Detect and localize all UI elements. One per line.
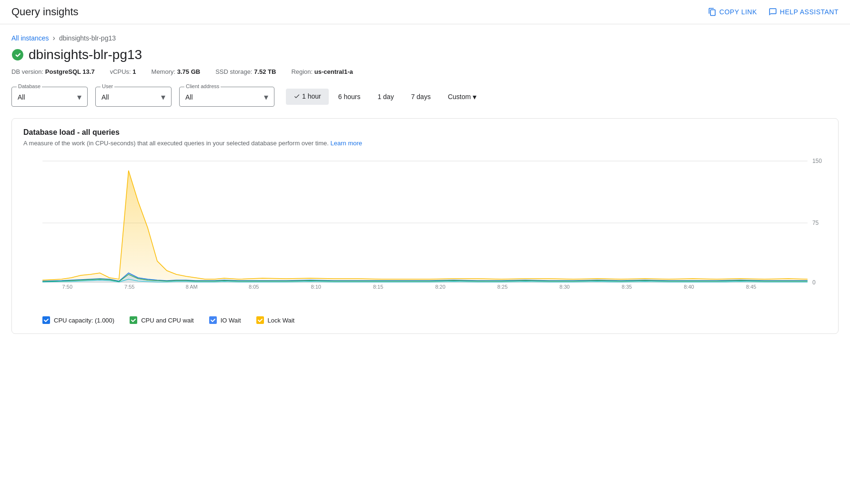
copy-link-label: COPY LINK — [719, 8, 757, 16]
db-title-row: dbinsights-blr-pg13 — [11, 47, 839, 62]
chart-legend: CPU capacity: (1.000) CPU and CPU wait I… — [23, 316, 827, 324]
database-value: All — [18, 93, 25, 101]
header-actions: COPY LINK HELP ASSISTANT — [708, 8, 839, 16]
db-memory: Memory: 3.75 GB — [152, 68, 201, 75]
app-header: Query insights COPY LINK HELP ASSISTANT — [0, 0, 850, 24]
svg-text:8:25: 8:25 — [497, 284, 507, 290]
client-address-value: All — [185, 93, 193, 101]
breadcrumb-separator: › — [53, 34, 55, 42]
legend-lock-wait: Lock Wait — [256, 316, 295, 324]
main-content: All instances › dbinsights-blr-pg13 dbin… — [0, 24, 850, 343]
db-name: dbinsights-blr-pg13 — [29, 47, 142, 62]
svg-text:7:55: 7:55 — [124, 284, 134, 290]
svg-text:8:10: 8:10 — [311, 284, 321, 290]
legend-io-wait-checkbox[interactable] — [209, 316, 217, 324]
db-version: DB version: PostgreSQL 13.7 — [11, 68, 95, 75]
help-assistant-icon — [769, 8, 777, 16]
svg-marker-19 — [42, 171, 808, 282]
page-title: Query insights — [11, 6, 79, 18]
help-assistant-label: HELP ASSISTANT — [780, 8, 839, 16]
svg-text:8:05: 8:05 — [249, 284, 259, 290]
client-address-dropdown-arrow: ▾ — [264, 92, 268, 102]
chart-title: Database load - all queries — [23, 128, 827, 137]
legend-lock-wait-label: Lock Wait — [268, 317, 295, 324]
filters-row: Database All ▾ User All ▾ Client address… — [11, 87, 839, 107]
db-vcpu: vCPUs: 1 — [110, 68, 136, 75]
client-address-dropdown[interactable]: Client address All ▾ — [179, 87, 274, 107]
db-info: DB version: PostgreSQL 13.7 vCPUs: 1 Mem… — [11, 68, 839, 75]
checkmark-icon — [293, 93, 300, 100]
svg-text:0: 0 — [812, 279, 816, 286]
database-dropdown[interactable]: Database All ▾ — [11, 87, 88, 107]
legend-cpu-capacity: CPU capacity: (1.000) — [42, 316, 114, 324]
checkbox-check-icon — [257, 317, 263, 323]
svg-text:7:50: 7:50 — [62, 284, 72, 290]
checkbox-check-icon — [210, 317, 216, 323]
help-assistant-button[interactable]: HELP ASSISTANT — [769, 8, 839, 16]
time-6hours-button[interactable]: 6 hours — [331, 89, 368, 104]
user-value: All — [101, 93, 109, 101]
svg-text:8:20: 8:20 — [435, 284, 445, 290]
chart-area: 150 75 0 7:50 7:55 8 AM 8:05 8:10 8:15 8… — [23, 156, 827, 309]
svg-text:8 AM: 8 AM — [186, 284, 198, 290]
legend-io-wait-label: IO Wait — [221, 317, 241, 324]
breadcrumb: All instances › dbinsights-blr-pg13 — [11, 34, 839, 42]
db-load-card: Database load - all queries A measure of… — [11, 118, 839, 334]
db-region: Region: us-central1-a — [291, 68, 353, 75]
svg-point-0 — [12, 49, 23, 60]
copy-link-button[interactable]: COPY LINK — [708, 8, 757, 16]
legend-cpu-capacity-label: CPU capacity: (1.000) — [54, 317, 114, 324]
checkbox-check-icon — [43, 317, 49, 323]
chart-desc: A measure of the work (in CPU-seconds) t… — [23, 140, 827, 147]
svg-text:8:40: 8:40 — [684, 284, 694, 290]
client-address-label: Client address — [184, 83, 221, 89]
database-dropdown-arrow: ▾ — [77, 92, 81, 102]
user-dropdown[interactable]: User All ▾ — [95, 87, 172, 107]
legend-cpu-wait: CPU and CPU wait — [130, 316, 194, 324]
time-7days-button[interactable]: 7 days — [404, 89, 438, 104]
svg-text:8:15: 8:15 — [373, 284, 383, 290]
breadcrumb-all-instances[interactable]: All instances — [11, 34, 49, 42]
time-1day-button[interactable]: 1 day — [370, 89, 401, 104]
user-label: User — [101, 83, 114, 89]
user-dropdown-arrow: ▾ — [161, 92, 165, 102]
legend-lock-wait-checkbox[interactable] — [256, 316, 264, 324]
db-storage: SSD storage: 7.52 TB — [215, 68, 276, 75]
svg-text:150: 150 — [812, 158, 822, 164]
time-custom-button[interactable]: Custom ▾ — [440, 89, 484, 105]
time-range-selector: 1 hour 6 hours 1 day 7 days Custom ▾ — [286, 89, 484, 105]
legend-cpu-wait-checkbox[interactable] — [130, 316, 137, 324]
legend-cpu-wait-label: CPU and CPU wait — [141, 317, 194, 324]
svg-text:8:35: 8:35 — [622, 284, 632, 290]
checkbox-check-icon — [131, 317, 136, 323]
copy-link-icon — [708, 8, 717, 16]
legend-cpu-capacity-checkbox[interactable] — [42, 316, 50, 324]
svg-text:75: 75 — [812, 220, 819, 226]
breadcrumb-current: dbinsights-blr-pg13 — [59, 34, 116, 42]
database-label: Database — [17, 83, 42, 89]
time-1hour-button[interactable]: 1 hour — [286, 89, 329, 105]
svg-text:8:45: 8:45 — [746, 284, 756, 290]
legend-io-wait: IO Wait — [209, 316, 241, 324]
learn-more-link[interactable]: Learn more — [331, 140, 362, 147]
custom-dropdown-arrow: ▾ — [473, 92, 476, 101]
chart-svg: 150 75 0 7:50 7:55 8 AM 8:05 8:10 8:15 8… — [23, 156, 827, 290]
status-ok-icon — [11, 49, 24, 61]
svg-text:8:30: 8:30 — [559, 284, 569, 290]
